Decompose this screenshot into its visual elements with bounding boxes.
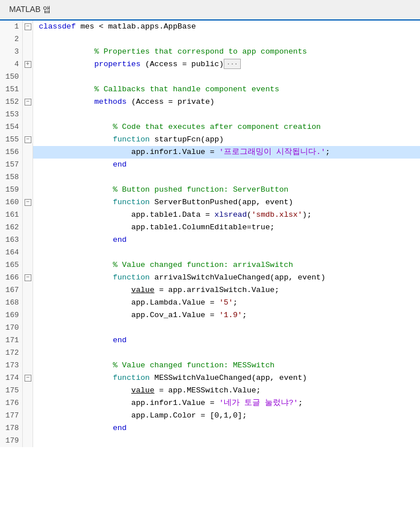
code-line: 153 [0, 108, 420, 121]
code-content: app.table1.Data = xlsread('smdb.xlsx'); [33, 209, 420, 221]
code-content: % Code that executes after component cre… [33, 121, 420, 133]
line-number: 161 [0, 209, 23, 221]
code-line: 173 % Value changed function: MESSwitch [0, 359, 420, 372]
code-content: app.infor1.Value = '프로그래밍이 시작됩니다.'; [33, 146, 420, 159]
line-number: 152 [0, 96, 23, 108]
line-number: 2 [0, 33, 23, 46]
code-line: 157 end [0, 159, 420, 171]
code-line: 1−classdef mes < matlab.apps.AppBase [0, 21, 420, 33]
fold-marker [23, 171, 33, 184]
fold-marker [23, 384, 33, 397]
code-line: 174− function MESSwitchValueChanged(app,… [0, 372, 420, 384]
fold-marker [23, 435, 33, 447]
line-number: 156 [0, 146, 23, 159]
line-number: 162 [0, 221, 23, 234]
fold-marker [23, 347, 33, 359]
code-line: 170 [0, 322, 420, 334]
code-content: end [33, 422, 420, 435]
code-line: 3 % Properties that correspond to app co… [0, 46, 420, 58]
code-line: 155− function startupFcn(app) [0, 133, 420, 146]
line-number: 158 [0, 171, 23, 184]
fold-marker[interactable]: − [23, 133, 33, 146]
code-content: methods (Access = private) [33, 96, 420, 108]
code-line: 2 [0, 33, 420, 46]
code-content: app.infor1.Value = '네가 토글 눌렀냐?'; [33, 397, 420, 410]
fold-marker [23, 159, 33, 171]
line-number: 179 [0, 435, 23, 447]
line-number: 172 [0, 347, 23, 359]
line-number: 166 [0, 271, 23, 284]
code-line: 176 app.infor1.Value = '네가 토글 눌렀냐?'; [0, 397, 420, 410]
code-line: 179 [0, 435, 420, 447]
code-content: app.Cov_a1.Value = '1.9'; [33, 309, 420, 322]
code-content: % Button pushed function: ServerButton [33, 184, 420, 196]
fold-marker [23, 284, 33, 297]
code-content [33, 435, 420, 447]
code-line: 163 end [0, 234, 420, 246]
fold-marker[interactable]: − [23, 372, 33, 384]
fold-marker[interactable]: − [23, 21, 33, 33]
fold-marker [23, 259, 33, 271]
code-content: % Callbacks that handle component events [33, 83, 420, 96]
line-number: 159 [0, 184, 23, 196]
code-line: 150 [0, 71, 420, 83]
fold-marker [23, 83, 33, 96]
fold-marker [23, 46, 33, 58]
line-number: 178 [0, 422, 23, 435]
code-line: 160− function ServerButtonPushed(app, ev… [0, 196, 420, 209]
line-number: 165 [0, 259, 23, 271]
code-content: function MESSwitchValueChanged(app, even… [33, 372, 420, 384]
code-content: % Value changed function: arrivalSwitch [33, 259, 420, 271]
code-line: 165 % Value changed function: arrivalSwi… [0, 259, 420, 271]
code-line: 151 % Callbacks that handle component ev… [0, 83, 420, 96]
fold-marker [23, 121, 33, 133]
fold-marker [23, 309, 33, 322]
fold-marker [23, 246, 33, 259]
fold-marker [23, 71, 33, 83]
code-line: 175 value = app.MESSwitch.Value; [0, 384, 420, 397]
code-content [33, 322, 420, 334]
fold-marker[interactable]: + [23, 58, 33, 71]
line-number: 4 [0, 58, 23, 71]
code-line: 168 app.Lambda.Value = '5'; [0, 297, 420, 309]
code-line: 162 app.table1.ColumnEditable=true; [0, 221, 420, 234]
line-number: 169 [0, 309, 23, 322]
fold-marker [23, 322, 33, 334]
fold-marker [23, 184, 33, 196]
code-content: % Properties that correspond to app comp… [33, 46, 420, 58]
line-number: 151 [0, 83, 23, 96]
code-line: 171 end [0, 334, 420, 347]
code-line: 161 app.table1.Data = xlsread('smdb.xlsx… [0, 209, 420, 221]
line-number: 155 [0, 133, 23, 146]
fold-marker [23, 234, 33, 246]
fold-marker[interactable]: − [23, 96, 33, 108]
code-line: 156 app.infor1.Value = '프로그래밍이 시작됩니다.'; [0, 146, 420, 159]
code-line: 166− function arrivalSwitchValueChanged(… [0, 271, 420, 284]
code-content [33, 108, 420, 121]
fold-marker [23, 297, 33, 309]
code-content: function ServerButtonPushed(app, event) [33, 196, 420, 209]
code-line: 177 app.Lamp.Color = [0,1,0]; [0, 410, 420, 422]
code-content [33, 171, 420, 184]
collapsed-block[interactable]: ··· [224, 59, 241, 69]
line-number: 171 [0, 334, 23, 347]
code-content: value = app.MESSwitch.Value; [33, 384, 420, 397]
line-number: 176 [0, 397, 23, 410]
line-number: 157 [0, 159, 23, 171]
code-line: 158 [0, 171, 420, 184]
line-number: 163 [0, 234, 23, 246]
code-content: app.Lambda.Value = '5'; [33, 297, 420, 309]
code-content: classdef mes < matlab.apps.AppBase [33, 21, 420, 33]
code-content: properties (Access = public)··· [33, 58, 420, 71]
code-line: 159 % Button pushed function: ServerButt… [0, 184, 420, 196]
code-line: 167 value = app.arrivalSwitch.Value; [0, 284, 420, 297]
fold-marker [23, 33, 33, 46]
fold-marker [23, 221, 33, 234]
fold-marker[interactable]: − [23, 196, 33, 209]
fold-marker [23, 334, 33, 347]
fold-marker [23, 146, 33, 159]
line-number: 1 [0, 21, 23, 33]
fold-marker[interactable]: − [23, 271, 33, 284]
fold-marker [23, 209, 33, 221]
code-content: value = app.arrivalSwitch.Value; [33, 284, 420, 297]
